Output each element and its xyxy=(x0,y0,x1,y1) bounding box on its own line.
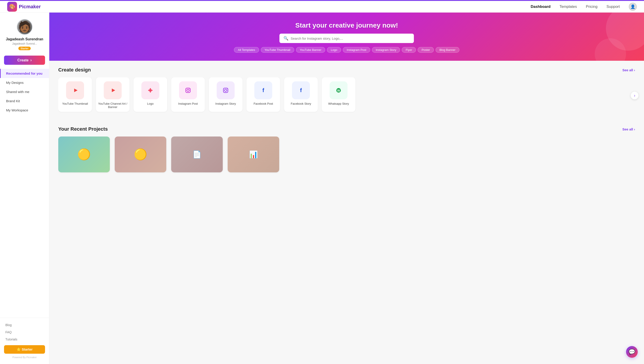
create-design-section: Create design See all › YouTube Thumbnai… xyxy=(49,61,644,120)
tag-blog-banner[interactable]: Blog Banner xyxy=(436,47,459,53)
sidebar-item-brand-kit[interactable]: Brand Kit xyxy=(0,96,49,106)
create-button[interactable]: Create › xyxy=(4,56,45,65)
top-nav: 🎨 Picmaker Dashboard Templates Pricing S… xyxy=(0,0,644,12)
sidebar-item-shared[interactable]: Shared with me xyxy=(0,87,49,96)
hero-search-box: 🔍 xyxy=(280,34,414,43)
design-card-yt-banner[interactable]: YouTube Channel Art / Banner xyxy=(96,77,130,112)
design-cards-wrapper: YouTube Thumbnail YouTube Channel Art / … xyxy=(58,77,635,114)
yt-thumb-icon xyxy=(66,81,84,99)
project-card-3[interactable]: 📄 xyxy=(171,136,223,172)
hero-banner: Start your creative journey now! 🔍 All T… xyxy=(49,12,644,61)
logo[interactable]: 🎨 Picmaker xyxy=(7,2,41,12)
yt-banner-icon xyxy=(104,81,122,99)
design-card-yt-thumb[interactable]: YouTube Thumbnail xyxy=(58,77,92,112)
create-design-title: Create design xyxy=(58,67,91,73)
fb-post-label: Facebook Post xyxy=(254,102,273,105)
nav-pricing[interactable]: Pricing xyxy=(586,4,598,9)
project-card-1[interactable]: 🟡 xyxy=(58,136,110,172)
search-input[interactable] xyxy=(291,36,410,40)
chevron-right-icon: › xyxy=(30,58,32,62)
powered-by: Powered By Picmaker xyxy=(0,356,49,360)
sidebar-navigation: Recommended for you My Designs Shared wi… xyxy=(0,69,49,318)
sidebar-footer: Blog FAQ Tutorials ⭐ Starter Powered By … xyxy=(0,318,49,364)
user-email: Jagadeash Surend... xyxy=(12,42,37,45)
hero-title: Start your creative journey now! xyxy=(63,22,630,29)
sidebar-item-tutorials[interactable]: Tutorials xyxy=(0,336,49,343)
chat-button[interactable]: 💬 xyxy=(626,346,638,358)
tag-logo[interactable]: Logo xyxy=(327,47,341,53)
recent-projects-see-all[interactable]: See all › xyxy=(622,127,635,131)
main-content: Start your creative journey now! 🔍 All T… xyxy=(49,12,644,364)
starter-label: ⭐ Starter xyxy=(16,348,33,352)
design-card-logo[interactable]: Logo xyxy=(134,77,167,112)
tag-ig-post[interactable]: Instagram Post xyxy=(343,47,370,53)
svg-point-14 xyxy=(190,88,190,89)
tag-ig-story[interactable]: Instagram Story xyxy=(372,47,400,53)
page-layout: 🧑🏾 Jagadeash Surendran Jagadeash Surend.… xyxy=(0,12,644,364)
svg-rect-8 xyxy=(151,89,152,90)
tag-yt-banner[interactable]: YouTube Banner xyxy=(296,47,325,53)
project-card-2[interactable]: 🟡 xyxy=(115,136,166,172)
nav-templates[interactable]: Templates xyxy=(560,4,577,9)
tag-yt-thumb[interactable]: YouTube Thumbnail xyxy=(261,47,294,53)
sidebar: 🧑🏾 Jagadeash Surendran Jagadeash Surend.… xyxy=(0,12,49,364)
svg-rect-11 xyxy=(184,86,192,95)
ig-story-icon xyxy=(217,81,234,99)
logo-text: Picmaker xyxy=(19,4,41,10)
yt-banner-label: YouTube Channel Art / Banner xyxy=(98,102,127,109)
user-name: Jagadeash Surendran xyxy=(6,37,43,41)
svg-rect-10 xyxy=(151,91,152,92)
logo-label: Logo xyxy=(147,102,154,105)
design-card-wa-story[interactable]: W Whatsapp Story xyxy=(322,77,356,112)
svg-rect-7 xyxy=(149,89,150,90)
sidebar-item-workspace[interactable]: My Workspace xyxy=(0,106,49,115)
sidebar-item-faq[interactable]: FAQ xyxy=(0,328,49,336)
recent-projects-header: Your Recent Projects See all › xyxy=(58,126,635,132)
user-badge: Starter xyxy=(18,46,31,50)
nav-dashboard[interactable]: Dashboard xyxy=(530,4,550,9)
design-cards: YouTube Thumbnail YouTube Channel Art / … xyxy=(58,77,635,114)
ig-story-label: Instagram Story xyxy=(215,102,236,105)
chevron-right-icon: › xyxy=(634,127,635,131)
nav-links: Dashboard Templates Pricing Support 👤 xyxy=(530,3,637,11)
svg-text:W: W xyxy=(337,89,340,92)
fb-post-icon: f xyxy=(254,81,272,99)
tag-all[interactable]: All Templates xyxy=(234,47,259,53)
fb-story-label: Facebook Story xyxy=(291,102,311,105)
fb-story-icon: f xyxy=(292,81,310,99)
design-card-fb-post[interactable]: f Facebook Post xyxy=(246,77,280,112)
tag-flyer[interactable]: Flyer xyxy=(402,47,416,53)
svg-point-18 xyxy=(227,88,228,89)
project-card-4[interactable]: 📊 xyxy=(228,136,279,172)
wa-story-label: Whatsapp Story xyxy=(328,102,349,105)
sidebar-item-blog[interactable]: Blog xyxy=(0,322,49,328)
create-label: Create xyxy=(18,58,29,62)
search-icon: 🔍 xyxy=(284,36,288,41)
create-design-see-all[interactable]: See all › xyxy=(622,68,635,72)
design-card-ig-post[interactable]: Instagram Post xyxy=(171,77,205,112)
sidebar-profile: 🧑🏾 Jagadeash Surendran Jagadeash Surend.… xyxy=(0,19,49,50)
chat-icon: 💬 xyxy=(628,349,635,355)
nav-support[interactable]: Support xyxy=(606,4,620,9)
design-cards-next-arrow[interactable]: › xyxy=(630,92,638,100)
logo-icon xyxy=(142,81,159,99)
design-card-fb-story[interactable]: f Facebook Story xyxy=(284,77,318,112)
sidebar-item-recommended[interactable]: Recommended for you xyxy=(0,69,49,78)
tag-poster[interactable]: Poster xyxy=(418,47,434,53)
svg-rect-15 xyxy=(221,86,230,95)
ig-post-label: Instagram Post xyxy=(178,102,198,105)
recent-projects-title: Your Recent Projects xyxy=(58,126,108,132)
user-avatar-nav[interactable]: 👤 xyxy=(629,3,637,11)
ig-post-icon xyxy=(179,81,197,99)
hero-tags: All Templates YouTube Thumbnail YouTube … xyxy=(63,47,630,53)
svg-rect-9 xyxy=(149,91,150,92)
chevron-right-icon: › xyxy=(634,68,635,72)
create-design-header: Create design See all › xyxy=(58,67,635,73)
avatar: 🧑🏾 xyxy=(16,19,33,35)
design-card-ig-story[interactable]: Instagram Story xyxy=(209,77,242,112)
svg-text:f: f xyxy=(300,87,302,93)
sidebar-item-my-designs[interactable]: My Designs xyxy=(0,78,49,87)
svg-rect-6 xyxy=(148,90,152,91)
starter-button[interactable]: ⭐ Starter xyxy=(4,345,45,354)
recent-projects-section: Your Recent Projects See all › 🟡 🟡 📄 📊 xyxy=(49,120,644,180)
